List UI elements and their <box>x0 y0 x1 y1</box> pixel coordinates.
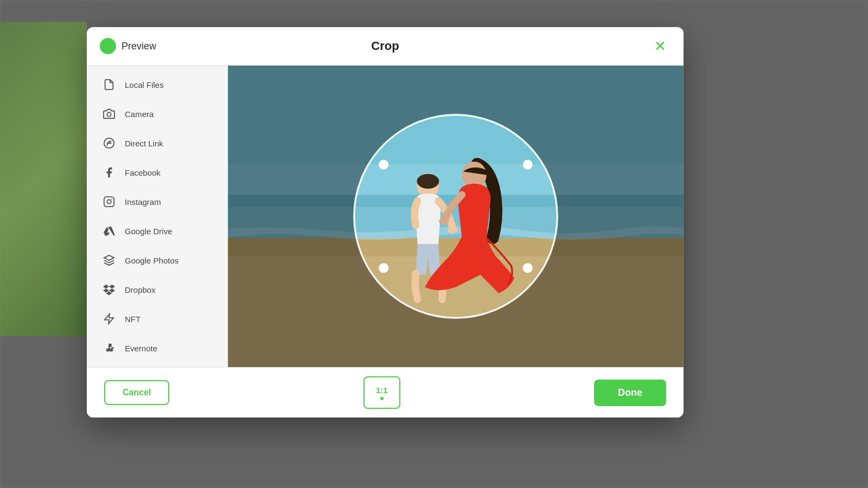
sidebar-item-instagram[interactable]: Instagram <box>87 187 228 216</box>
sidebar-label: Facebook <box>125 168 161 177</box>
sidebar-item-dropbox[interactable]: Dropbox <box>87 275 228 304</box>
dialog-body: Local Files Camera <box>87 66 684 367</box>
sidebar: Local Files Camera <box>87 66 228 367</box>
sidebar-item-nft[interactable]: NFT <box>87 304 228 333</box>
svg-rect-4 <box>104 197 114 207</box>
svg-point-0 <box>107 112 111 116</box>
preview-section: Preview <box>100 38 156 54</box>
sidebar-item-camera[interactable]: Camera <box>87 99 228 129</box>
close-button[interactable]: ✕ <box>650 37 671 55</box>
link-icon <box>102 136 116 150</box>
ratio-button[interactable]: 1:1 <box>363 376 400 409</box>
scene-svg <box>228 66 684 367</box>
sidebar-item-google-drive[interactable]: Google Drive <box>87 216 228 246</box>
preview-dot <box>100 38 116 54</box>
crop-area[interactable] <box>228 66 684 367</box>
sidebar-item-local-files[interactable]: Local Files <box>87 70 228 99</box>
svg-point-14 <box>417 174 439 189</box>
ratio-label: 1:1 <box>376 386 388 395</box>
main-content <box>228 66 684 367</box>
instagram-icon <box>102 195 116 209</box>
evernote-icon <box>102 341 116 355</box>
camera-icon <box>102 107 116 121</box>
sidebar-label: Google Photos <box>125 256 178 265</box>
sidebar-label: NFT <box>125 314 141 324</box>
done-button[interactable]: Done <box>594 380 666 406</box>
sidebar-item-google-photos[interactable]: Google Photos <box>87 246 228 275</box>
svg-point-15 <box>448 226 457 234</box>
sidebar-item-direct-link[interactable]: Direct Link <box>87 129 228 158</box>
nft-icon <box>102 312 116 326</box>
svg-point-17 <box>439 217 449 225</box>
dialog-title: Crop <box>371 39 399 53</box>
bg-left-image <box>0 22 87 336</box>
sidebar-label: Dropbox <box>125 285 156 294</box>
dialog-header: Preview Crop ✕ <box>87 27 684 66</box>
crop-dialog: Preview Crop ✕ Local Files <box>87 27 684 418</box>
sidebar-label: Google Drive <box>125 227 173 236</box>
ratio-dot <box>380 397 384 400</box>
file-icon <box>102 78 116 92</box>
drive-icon <box>102 224 116 238</box>
svg-marker-6 <box>105 314 114 324</box>
preview-label: Preview <box>122 41 156 52</box>
sidebar-label: Local Files <box>125 80 164 89</box>
sidebar-label: Direct Link <box>125 139 163 148</box>
sidebar-label: Camera <box>125 110 154 119</box>
dropbox-icon <box>102 282 116 297</box>
dialog-footer: Cancel 1:1 Done <box>87 367 684 418</box>
facebook-icon <box>102 165 116 179</box>
sidebar-item-facebook[interactable]: Facebook <box>87 158 228 187</box>
photos-icon <box>102 253 116 267</box>
cancel-button[interactable]: Cancel <box>104 380 169 405</box>
sidebar-label: Evernote <box>125 344 157 353</box>
sidebar-item-evernote[interactable]: Evernote <box>87 333 228 363</box>
sidebar-label: Instagram <box>125 197 161 207</box>
